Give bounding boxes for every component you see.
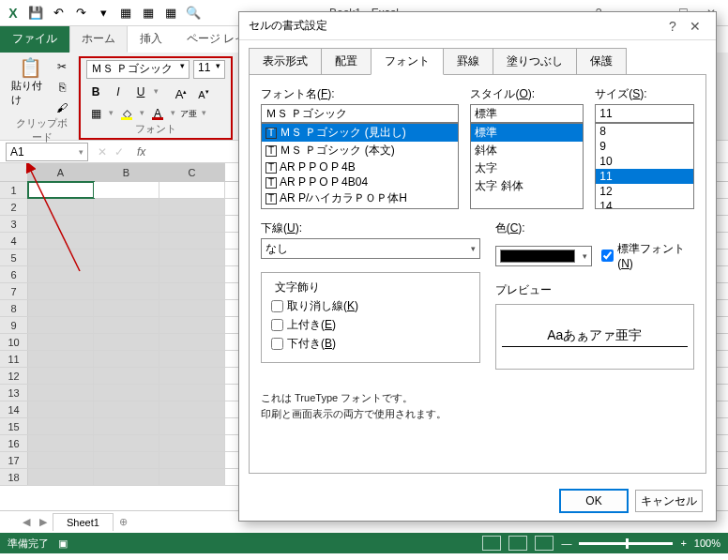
font-name-input[interactable]	[261, 104, 459, 123]
font-name-list[interactable]: TＭＳ Ｐゴシック (見出し)TＭＳ Ｐゴシック (本文)TAR P P O P…	[261, 123, 459, 209]
cell[interactable]	[28, 266, 94, 282]
row-header[interactable]: 17	[0, 452, 28, 468]
cut-icon[interactable]: ✂	[53, 56, 71, 75]
cell[interactable]	[94, 368, 159, 384]
cell[interactable]	[159, 317, 225, 333]
font-size-input[interactable]	[595, 104, 694, 123]
style-list-item[interactable]: 標準	[471, 124, 583, 142]
row-header[interactable]: 3	[0, 216, 28, 232]
cell[interactable]	[94, 452, 159, 468]
cell[interactable]	[28, 418, 94, 434]
zoom-out-icon[interactable]: —	[561, 537, 571, 549]
row-header[interactable]: 7	[0, 283, 28, 299]
cell[interactable]	[94, 401, 159, 417]
row-header[interactable]: 8	[0, 300, 28, 316]
cell[interactable]	[94, 469, 159, 485]
copy-icon[interactable]: ⎘	[53, 77, 71, 96]
cell[interactable]	[28, 351, 94, 367]
style-list-item[interactable]: 太字	[471, 159, 583, 177]
dialog-close-icon[interactable]: ✕	[684, 19, 706, 34]
pagebreak-view-icon[interactable]	[535, 536, 554, 551]
cell[interactable]	[28, 300, 94, 316]
normal-view-icon[interactable]	[482, 536, 501, 551]
dialog-help-icon[interactable]: ?	[661, 19, 684, 34]
cell[interactable]	[28, 182, 94, 198]
fx-icon[interactable]: fx	[137, 145, 145, 159]
font-list-item[interactable]: TＭＳ Ｐゴシック (本文)	[262, 142, 458, 159]
cell[interactable]	[94, 300, 159, 316]
cancel-formula-icon[interactable]: ✕	[94, 145, 111, 159]
font-size-list[interactable]: 8910111214	[595, 123, 694, 209]
sheet-nav-next-icon[interactable]: ▶	[36, 516, 51, 528]
style-list-item[interactable]: 斜体	[471, 142, 583, 159]
cell[interactable]	[28, 283, 94, 299]
zoom-in-icon[interactable]: +	[680, 537, 686, 549]
cell[interactable]	[94, 216, 159, 232]
strikethrough-checkbox[interactable]: 取り消し線(K)	[271, 298, 470, 314]
zoom-level[interactable]: 100%	[694, 537, 720, 549]
paste-button[interactable]: 📋 貼り付け	[11, 56, 49, 116]
cell[interactable]	[159, 452, 225, 468]
zoom-slider[interactable]	[579, 542, 673, 545]
color-select[interactable]: ▾	[495, 246, 593, 266]
size-list-item[interactable]: 8	[596, 124, 693, 139]
cell[interactable]	[28, 469, 94, 485]
qat-item-icon[interactable]: ▦	[139, 4, 158, 23]
enter-formula-icon[interactable]: ✓	[111, 145, 128, 159]
style-list-item[interactable]: 太字 斜体	[471, 177, 583, 195]
col-header[interactable]: B	[94, 163, 159, 181]
cell[interactable]	[94, 385, 159, 401]
qat-item-icon[interactable]: ▦	[116, 4, 135, 23]
new-sheet-icon[interactable]: ⊕	[115, 516, 131, 528]
row-header[interactable]: 11	[0, 351, 28, 367]
row-header[interactable]: 9	[0, 317, 28, 333]
row-header[interactable]: 15	[0, 418, 28, 434]
save-icon[interactable]: 💾	[26, 4, 45, 23]
tab-home[interactable]: ホーム	[69, 25, 128, 53]
row-header[interactable]: 14	[0, 401, 28, 417]
cell[interactable]	[28, 401, 94, 417]
preview-icon[interactable]: 🔍	[184, 4, 203, 23]
cell[interactable]	[159, 300, 225, 316]
subscript-checkbox[interactable]: 下付き(B)	[271, 336, 470, 352]
cell[interactable]	[159, 216, 225, 232]
cell[interactable]	[159, 368, 225, 384]
row-header[interactable]: 18	[0, 469, 28, 485]
sheet-nav-prev-icon[interactable]: ◀	[19, 516, 34, 528]
font-list-item[interactable]: TＭＳ Ｐゴシック (見出し)	[262, 124, 458, 142]
row-header[interactable]: 12	[0, 368, 28, 384]
row-header[interactable]: 16	[0, 435, 28, 451]
font-name-select[interactable]: ＭＳ Ｐゴシック ▾	[86, 60, 190, 79]
cell[interactable]	[28, 233, 94, 249]
cell[interactable]	[159, 385, 225, 401]
row-header[interactable]: 13	[0, 385, 28, 401]
grow-font-button[interactable]: A▴	[172, 82, 190, 100]
tab-file[interactable]: ファイル	[0, 25, 69, 53]
cell[interactable]	[94, 233, 159, 249]
cell[interactable]	[159, 334, 225, 350]
select-all-corner[interactable]	[0, 163, 28, 181]
cell[interactable]	[94, 199, 159, 215]
row-header[interactable]: 2	[0, 199, 28, 215]
cell[interactable]	[94, 182, 159, 198]
underline-button[interactable]: U	[131, 82, 150, 100]
cancel-button[interactable]: キャンセル	[635, 490, 703, 512]
tab-protection[interactable]: 保護	[576, 48, 627, 75]
underline-select[interactable]: なし▾	[261, 238, 480, 259]
cell[interactable]	[28, 334, 94, 350]
tab-alignment[interactable]: 配置	[321, 48, 372, 75]
cell[interactable]	[28, 368, 94, 384]
size-list-item[interactable]: 12	[596, 184, 693, 199]
superscript-checkbox[interactable]: 上付き(E)	[271, 317, 470, 333]
cell[interactable]	[94, 266, 159, 282]
cell[interactable]	[159, 233, 225, 249]
cell[interactable]	[159, 199, 225, 215]
cell[interactable]	[159, 266, 225, 282]
tab-border[interactable]: 罫線	[443, 48, 493, 75]
row-header[interactable]: 5	[0, 250, 28, 265]
cell[interactable]	[159, 435, 225, 451]
shrink-font-button[interactable]: A▾	[194, 82, 213, 100]
cell[interactable]	[94, 418, 159, 434]
size-list-item[interactable]: 14	[596, 199, 693, 209]
cell[interactable]	[28, 385, 94, 401]
